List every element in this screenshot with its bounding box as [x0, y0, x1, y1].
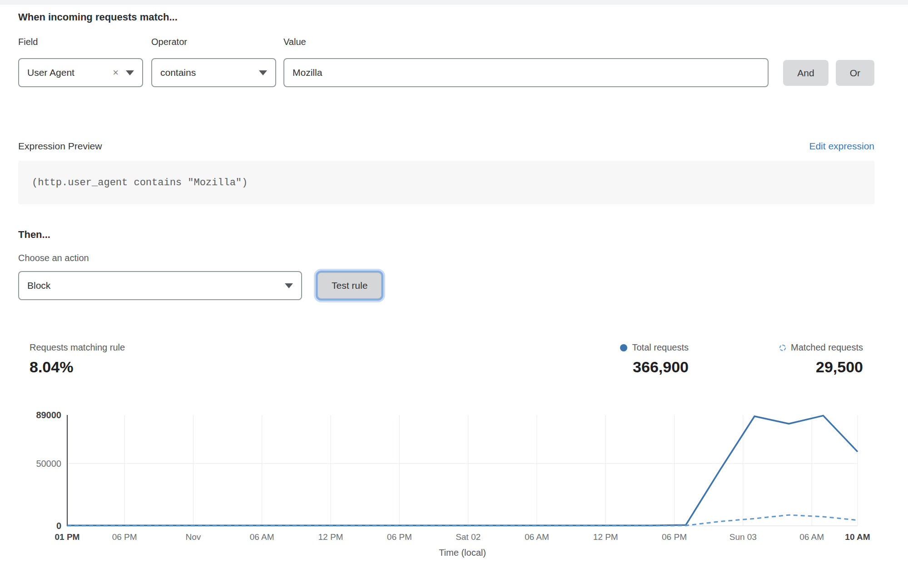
choose-action-label: Choose an action [18, 253, 874, 263]
test-rule-button[interactable]: Test rule [318, 272, 382, 299]
matched-requests-label: Matched requests [791, 342, 863, 353]
x-tick-label: Nov [185, 532, 201, 542]
edit-expression-link[interactable]: Edit expression [809, 141, 874, 152]
chevron-down-icon [259, 70, 267, 75]
x-tick-label: 06 PM [662, 532, 687, 542]
matched-requests-value: 29,500 [816, 358, 863, 376]
chevron-down-icon [126, 70, 134, 75]
expression-code-block: (http.user_agent contains "Mozilla") [18, 161, 874, 204]
operator-select-value: contains [160, 67, 196, 78]
total-requests-block: Total requests 366,900 [620, 342, 689, 376]
total-requests-value: 366,900 [633, 358, 689, 376]
or-button[interactable]: Or [836, 60, 874, 86]
x-tick-label: Sat 02 [456, 532, 481, 542]
field-label: Field [18, 37, 143, 47]
x-tick-label: 06 AM [250, 532, 274, 542]
x-tick-label: 06 PM [112, 532, 137, 542]
operator-group: Operator contains [151, 37, 276, 87]
match-heading: When incoming requests match... [18, 11, 874, 23]
then-heading: Then... [18, 229, 874, 241]
operator-select[interactable]: contains [151, 58, 276, 87]
operator-label: Operator [151, 37, 276, 47]
x-tick-label: 06 AM [525, 532, 549, 542]
match-rate-label: Requests matching rule [30, 342, 125, 353]
total-requests-label: Total requests [632, 342, 689, 353]
requests-line-chart: 0500008900001 PM06 PMNov06 AM12 PM06 PMS… [18, 402, 874, 560]
field-select-value: User Agent [27, 67, 74, 78]
clear-icon[interactable]: × [113, 67, 119, 79]
value-label: Value [283, 37, 769, 47]
x-tick-label: 06 PM [387, 532, 412, 542]
total-requests-line [67, 415, 858, 525]
y-tick-label: 0 [56, 521, 61, 531]
y-tick-label: 50000 [36, 459, 61, 469]
solid-dot-icon [620, 344, 627, 351]
matched-requests-block: Matched requests 29,500 [779, 342, 863, 376]
requests-chart: 0500008900001 PM06 PMNov06 AM12 PM06 PMS… [18, 402, 874, 562]
x-tick-label: 12 PM [318, 532, 343, 542]
match-rate-block: Requests matching rule 8.04% [30, 342, 125, 376]
field-select[interactable]: User Agent × [18, 58, 143, 87]
value-group: Value [283, 37, 769, 87]
stats-row: Requests matching rule 8.04% Total reque… [18, 342, 874, 376]
matched-requests-legend: Matched requests [779, 342, 863, 353]
match-rate-value: 8.04% [30, 358, 73, 376]
firewall-rule-panel: When incoming requests match... Field Us… [0, 11, 908, 562]
action-row: Block Test rule [18, 271, 874, 300]
x-axis-title: Time (local) [439, 548, 486, 558]
x-tick-label: 12 PM [593, 532, 618, 542]
top-strip [0, 0, 908, 5]
expression-code: (http.user_agent contains "Mozilla") [32, 177, 248, 188]
matched-requests-line [67, 515, 858, 526]
chart-legend: Total requests 366,900 Matched requests … [620, 342, 863, 376]
total-requests-legend: Total requests [620, 342, 689, 353]
action-select[interactable]: Block [18, 271, 302, 300]
value-input-wrap [283, 58, 769, 87]
expression-preview-label: Expression Preview [18, 141, 102, 152]
field-group: Field User Agent × [18, 37, 143, 87]
x-tick-label: Sun 03 [729, 532, 757, 542]
expression-header: Expression Preview Edit expression [18, 141, 874, 152]
chevron-down-icon [285, 283, 293, 288]
condition-row: Field User Agent × Operator contains Val… [18, 37, 874, 87]
x-tick-label: 06 AM [799, 532, 824, 542]
x-tick-label: 01 PM [55, 532, 80, 542]
y-tick-label: 89000 [36, 410, 61, 420]
action-select-value: Block [27, 280, 50, 291]
conjunction-buttons: And Or [783, 37, 874, 87]
x-tick-label: 10 AM [845, 532, 870, 542]
and-button[interactable]: And [783, 60, 828, 86]
value-input[interactable] [293, 67, 759, 78]
dashed-circle-icon [779, 345, 786, 351]
